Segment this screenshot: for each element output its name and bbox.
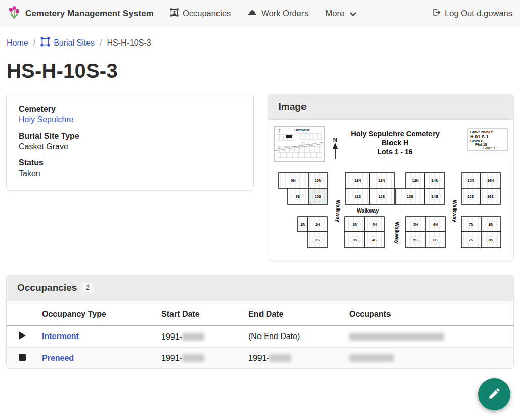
lot-label: 3N xyxy=(352,222,357,227)
lot-label: 15N xyxy=(467,178,474,183)
edit-button[interactable] xyxy=(478,378,510,410)
lot-label: 8N xyxy=(488,222,493,227)
svg-text:Holy Sepulchre Cemetery: Holy Sepulchre Cemetery xyxy=(351,130,440,138)
breadcrumb-separator: / xyxy=(33,38,35,48)
lot-label: 6S xyxy=(433,238,438,242)
walkway-label: Walkway xyxy=(357,207,379,214)
column-occupancy-type: Occupancy Type xyxy=(38,301,157,326)
lot-label: 2N xyxy=(315,222,319,227)
lot-label: 13S xyxy=(407,194,413,199)
occupancies-card: Occupancies 2 Occupancy Type Start Date … xyxy=(6,275,514,369)
status-value: Taken xyxy=(19,169,241,178)
app-brand: Cemetery Management System xyxy=(8,5,154,22)
grave-names-legend: Grave Names: H-01-S-1 Block H Plot 1S Gr… xyxy=(468,129,507,151)
nav-work-orders[interactable]: Work Orders xyxy=(248,9,308,18)
cemetery-map-lots: 9N10N9S10S11N12N11S12S13N14N13S14S15N16N… xyxy=(279,173,501,248)
status-label: Status xyxy=(19,158,241,167)
content-row: Cemetery Holy Sepulchre Burial Site Type… xyxy=(0,94,520,261)
occupancies-title: Occupancies xyxy=(17,282,77,293)
image-card: Image Overview xyxy=(268,94,514,261)
lot-label: 16N xyxy=(487,178,493,183)
redacted-start-date xyxy=(182,354,204,362)
lot-label: 6N xyxy=(432,222,437,227)
lot-label: 10S xyxy=(315,194,321,199)
vector-square-icon xyxy=(40,37,50,49)
lot-label: 12S xyxy=(378,194,385,199)
start-date-prefix: 1991- xyxy=(161,354,182,362)
lot-label: 7N xyxy=(468,222,473,227)
redacted-occupants xyxy=(349,333,444,341)
occupancies-frame-person-icon xyxy=(170,8,179,19)
lot-label: 9N xyxy=(291,178,295,183)
occupancy-link-preneed[interactable]: Preneed xyxy=(42,354,74,362)
lot-label: 14S xyxy=(431,194,438,199)
page: Cemetery Management System Occupancies xyxy=(0,0,520,420)
play-icon xyxy=(19,332,26,341)
nav-logout[interactable]: Log Out d.gowans xyxy=(431,8,512,19)
column-end-date: End Date xyxy=(244,301,345,326)
nav-more[interactable]: More xyxy=(326,8,357,19)
breadcrumb-burial-sites-label: Burial Sites xyxy=(54,38,95,48)
lot-label: 3S xyxy=(353,238,357,242)
lot-label: 12N xyxy=(378,178,385,183)
occupancy-link-interment[interactable]: Interment xyxy=(42,332,79,341)
svg-text:N: N xyxy=(333,137,337,143)
lot-label: 8S xyxy=(489,238,493,242)
chevron-down-icon xyxy=(350,9,356,19)
lot-label: 15S xyxy=(467,194,474,199)
navbar: Cemetery Management System Occupancies xyxy=(0,0,520,27)
nav-occupancies[interactable]: Occupancies xyxy=(170,8,231,19)
svg-text:Grave Names:: Grave Names: xyxy=(470,130,494,134)
occupancies-count-badge: 2 xyxy=(82,283,94,293)
walkway-label: Walkway xyxy=(394,222,400,244)
breadcrumb: Home / Burial Sites / HS-H-10S-3 xyxy=(0,27,520,49)
lot-label: 4N xyxy=(372,222,376,227)
breadcrumb-burial-sites[interactable]: Burial Sites xyxy=(40,37,95,49)
svg-text:Lots 1 - 16: Lots 1 - 16 xyxy=(377,148,412,156)
stop-square-icon xyxy=(19,354,26,362)
nav-work-orders-label: Work Orders xyxy=(261,9,308,18)
lot-label: 9S xyxy=(295,194,300,199)
overview-thumbnail: Overview xyxy=(274,127,324,162)
tulip-logo-icon xyxy=(8,5,21,22)
svg-text:Grave 1: Grave 1 xyxy=(483,146,495,150)
breadcrumb-current: HS-H-10S-3 xyxy=(107,38,151,48)
cemetery-label: Cemetery xyxy=(19,105,241,114)
svg-text:Overview: Overview xyxy=(294,128,310,132)
burial-site-type-value: Casket Grave xyxy=(19,142,241,151)
lot-label: 7S xyxy=(469,238,473,242)
end-date-prefix: 1991- xyxy=(248,354,269,362)
hard-hat-icon xyxy=(248,9,257,18)
lot-label: 16S xyxy=(487,194,494,199)
table-row-preneed: Preneed 1991- 1991- xyxy=(7,348,513,369)
map-title: Holy Sepulchre Cemetery Block H Lots 1 -… xyxy=(351,130,440,156)
cemetery-map-svg: Overview N xyxy=(274,123,508,254)
lot-label: 2S xyxy=(315,238,320,242)
lot-label: 5S xyxy=(413,238,418,242)
lot-label: 1N xyxy=(300,222,305,227)
svg-text:Block H: Block H xyxy=(381,139,408,147)
app-title: Cemetery Management System xyxy=(25,9,154,19)
end-date-text: (No End Date) xyxy=(248,332,300,341)
walkway-label: Walkway xyxy=(452,200,458,222)
breadcrumb-separator: / xyxy=(100,38,102,48)
occupancies-table: Occupancy Type Start Date End Date Occup… xyxy=(7,301,513,368)
breadcrumb-home[interactable]: Home xyxy=(7,38,28,48)
pencil-icon xyxy=(488,387,501,402)
lot-label: 13N xyxy=(412,178,418,183)
svg-text:Block H: Block H xyxy=(470,139,483,143)
image-card-header: Image xyxy=(268,94,513,120)
walkway-label: Walkway xyxy=(335,200,341,222)
north-arrow: N xyxy=(333,137,338,159)
nav-occupancies-label: Occupancies xyxy=(183,9,231,18)
cemetery-link[interactable]: Holy Sepulchre xyxy=(19,115,74,124)
nav-logout-label: Log Out d.gowans xyxy=(445,9,512,18)
image-card-title: Image xyxy=(279,101,307,112)
column-occupants: Occupants xyxy=(345,301,513,326)
lot-label: 4S xyxy=(372,238,377,242)
lot-label: 14N xyxy=(431,178,438,183)
lot-label: 5N xyxy=(413,222,417,227)
page-title: HS-H-10S-3 xyxy=(0,60,520,82)
lot-label: 11N xyxy=(354,178,361,183)
lot-label: 11S xyxy=(354,194,361,199)
